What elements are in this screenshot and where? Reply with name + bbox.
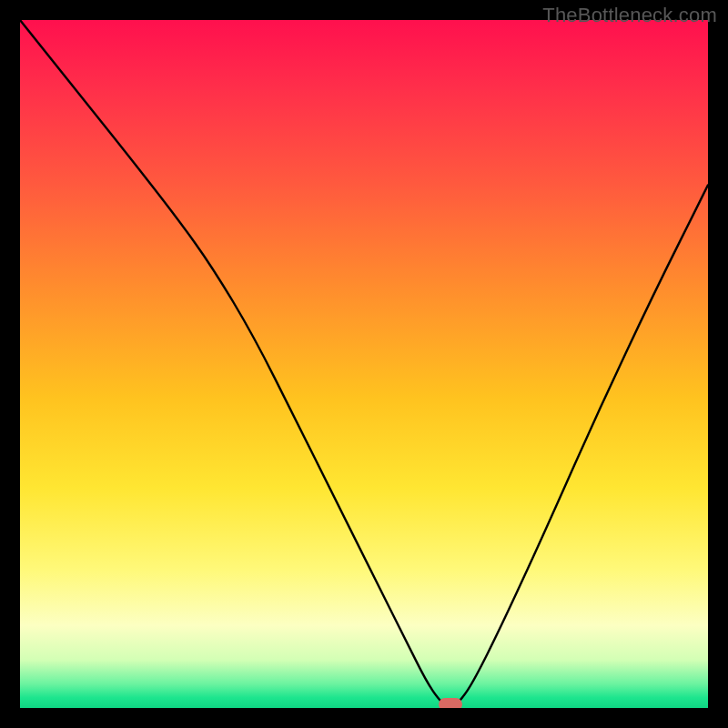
- optimal-marker: [439, 698, 462, 708]
- bottleneck-curve: [20, 20, 708, 708]
- plot-area: [20, 20, 708, 708]
- chart-frame: TheBottleneck.com: [0, 0, 728, 728]
- watermark-text: TheBottleneck.com: [542, 4, 717, 27]
